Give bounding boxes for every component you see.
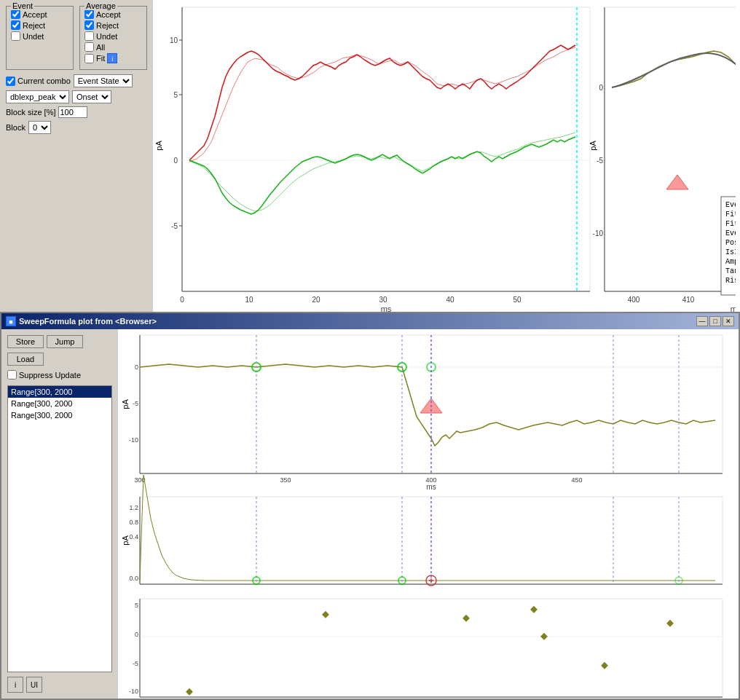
svg-text:Fit Result:   Success: Fit Result: Success: [725, 220, 736, 228]
svg-text:IsI:          3.15 pA: IsI: 3.15 pA: [725, 248, 736, 256]
bottom-window: ■ SweepFormula plot from <Browser> — □ ✕…: [0, 313, 740, 700]
bottom-icon-row: i UI: [7, 677, 112, 693]
svg-text:0: 0: [180, 296, 184, 304]
event-undet-checkbox[interactable]: [11, 31, 20, 41]
svg-text:-5: -5: [597, 157, 603, 165]
block-size-row: Block size [%]: [6, 106, 147, 118]
avg-accept-label: Accept: [96, 10, 121, 19]
event-state-dropdown[interactable]: Event State: [74, 74, 133, 87]
current-combo-label: Current combo: [17, 76, 71, 85]
svg-text:350: 350: [280, 476, 291, 484]
current-combo-row: Current combo Event State: [6, 74, 147, 87]
svg-text:20: 20: [312, 296, 320, 304]
y-axis-label-right: pA: [589, 141, 597, 151]
svg-text:0.8: 0.8: [129, 519, 138, 526]
avg-reject-label: Reject: [96, 21, 119, 30]
svg-text:0: 0: [135, 631, 138, 638]
svg-text:10: 10: [245, 296, 253, 304]
svg-text:410: 410: [682, 296, 695, 304]
avg-reject-checkbox[interactable]: [84, 20, 94, 30]
svg-text:-5: -5: [171, 222, 178, 230]
average-group: Average Accept Reject Undet All: [79, 6, 147, 70]
current-combo-checkbox[interactable]: [6, 76, 15, 86]
avg-all-checkbox[interactable]: [84, 42, 94, 52]
svg-text:0.4: 0.4: [129, 533, 138, 540]
svg-text:30: 30: [379, 296, 387, 304]
event-accept-checkbox[interactable]: [11, 9, 20, 19]
avg-fit-label: Fit: [96, 54, 105, 63]
svg-text:5: 5: [135, 602, 138, 609]
list-item-0[interactable]: Range[300, 2000: [8, 386, 111, 398]
top-chart-area: pA pA 0 5 10 -5 0 10 20 30 40 5: [153, 0, 740, 312]
avg-accept-checkbox[interactable]: [84, 9, 94, 19]
svg-rect-0: [182, 7, 590, 291]
window-icon: ■: [6, 316, 16, 326]
fit-info-icon[interactable]: i: [107, 53, 117, 63]
y-axis-label-left: pA: [154, 141, 163, 151]
list-item-2[interactable]: Range[300, 2000: [8, 409, 111, 421]
store-button[interactable]: Store: [7, 335, 44, 348]
svg-text:400: 400: [628, 296, 640, 304]
svg-text:1.2: 1.2: [129, 504, 138, 511]
avg-undet-checkbox[interactable]: [84, 31, 94, 41]
suppress-label: Suppress Update: [19, 371, 81, 380]
range-list[interactable]: Range[300, 2000 Range[300, 2000 Range[30…: [7, 385, 112, 672]
event-group-title: Event: [11, 1, 34, 10]
load-button[interactable]: Load: [7, 353, 44, 366]
suppress-checkbox[interactable]: [7, 370, 17, 380]
bottom-chart-svg: pA 0 -5 -10 300 350 400 450 ms: [118, 329, 737, 699]
svg-text:Event:        3: Event: 3: [725, 229, 736, 237]
svg-text:Event State:  Reject: Event State: Reject: [725, 201, 736, 209]
avg-fit-checkbox[interactable]: [84, 54, 94, 63]
svg-text:pA: pA: [121, 399, 130, 409]
avg-all-label: All: [96, 43, 105, 52]
svg-text:-5: -5: [133, 660, 138, 667]
svg-text:Rise time:    0.44 [ms]: Rise time: 0.44 [ms]: [725, 277, 736, 285]
block-label: Block: [6, 123, 25, 132]
minimize-button[interactable]: —: [696, 316, 708, 326]
svg-text:-5: -5: [133, 400, 138, 407]
svg-text:ms: ms: [731, 304, 736, 312]
block-size-label: Block size [%]: [6, 108, 55, 117]
svg-text:ms: ms: [426, 483, 436, 491]
svg-text:Fit State:    Reject: Fit State: Reject: [725, 211, 736, 219]
top-panel: Event Accept Reject Undet Average: [0, 0, 740, 313]
svg-text:40: 40: [446, 296, 454, 304]
event-reject-checkbox[interactable]: [11, 20, 20, 30]
svg-text:-10: -10: [129, 688, 138, 695]
block-size-input[interactable]: [58, 106, 87, 118]
ui-button[interactable]: UI: [26, 677, 42, 693]
controls-panel: Event Accept Reject Undet Average: [0, 0, 153, 312]
event-undet-label: Undet: [23, 32, 44, 41]
window-title-text: SweepFormula plot from <Browser>: [19, 317, 157, 326]
event-accept-label: Accept: [23, 10, 47, 19]
svg-text:0: 0: [135, 363, 138, 371]
info-button[interactable]: i: [7, 677, 23, 693]
svg-rect-1: [605, 7, 736, 291]
load-row: Load: [7, 353, 112, 366]
jump-button[interactable]: Jump: [47, 335, 83, 348]
svg-text:450: 450: [571, 476, 582, 484]
bottom-chart-area: pA 0 -5 -10 300 350 400 450 ms: [118, 329, 739, 699]
svg-text:ms: ms: [381, 304, 392, 312]
svg-text:-10: -10: [129, 436, 138, 444]
svg-text:0: 0: [599, 84, 603, 92]
list-item-1[interactable]: Range[300, 2000: [8, 398, 111, 409]
avg-undet-label: Undet: [96, 32, 117, 41]
window-titlebar: ■ SweepFormula plot from <Browser> — □ ✕: [1, 313, 739, 329]
svg-text:5: 5: [173, 91, 178, 99]
event-reject-label: Reject: [23, 21, 45, 30]
onset-select[interactable]: Onset: [72, 90, 111, 103]
maximize-button[interactable]: □: [709, 316, 721, 326]
formula-select[interactable]: dblexp_peak: [6, 90, 69, 103]
svg-text:0.0: 0.0: [129, 575, 138, 582]
block-select[interactable]: 0: [28, 121, 51, 134]
average-group-title: Average: [84, 1, 117, 10]
svg-rect-74: [140, 599, 723, 697]
svg-text:Amp (rel.):   -8.19 pA: Amp (rel.): -8.19 pA: [725, 258, 736, 266]
bottom-left-panel: Store Jump Load Suppress Update Range[30…: [1, 329, 118, 699]
close-button[interactable]: ✕: [723, 316, 734, 326]
svg-text:pA: pA: [121, 535, 130, 546]
svg-text:Position:     393.84 [ms]: Position: 393.84 [ms]: [725, 239, 736, 247]
svg-text:-10: -10: [593, 229, 604, 237]
